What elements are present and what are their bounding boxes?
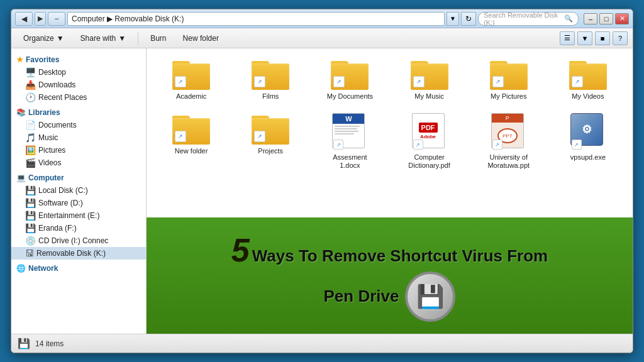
shortcut-arrow: ↗ <box>492 76 504 87</box>
usb-icon: 💾 <box>405 272 455 322</box>
computer-header[interactable]: 💻 Computer <box>11 172 146 184</box>
folder-icon: ↗ <box>569 58 607 90</box>
sidebar-item-local-c[interactable]: 💾 Local Disk (C:) <box>11 184 146 197</box>
search-bar[interactable]: Search Removable Disk (K:) 🔍 <box>478 12 579 26</box>
favorites-header[interactable]: ★ Favorites <box>11 53 146 66</box>
change-view-button[interactable]: ☰ <box>560 31 575 45</box>
file-name: vpsupd.exe <box>570 153 606 162</box>
sidebar-item-desktop[interactable]: 🖥️ Desktop <box>11 66 146 79</box>
list-item[interactable]: ↗ New folder <box>153 109 230 173</box>
status-bar: 💾 14 items <box>11 334 633 353</box>
list-item[interactable]: PDF Adobe ↗ Computer Dictionary.pdf <box>391 109 467 173</box>
sidebar-item-downloads[interactable]: 📥 Downloads <box>11 79 146 91</box>
main-content: ★ Favorites 🖥️ Desktop 📥 Downloads 🕐 Rec… <box>11 48 633 334</box>
address-dropdown[interactable]: ▼ <box>447 12 459 26</box>
shortcut-arrow: ↗ <box>175 76 186 87</box>
usb-drive-icon: 🖫 <box>25 248 34 258</box>
address-text: Computer ▶ Removable Disk (K:) <box>72 14 184 23</box>
sidebar-item-recent-places[interactable]: 🕐 Recent Places <box>11 91 146 104</box>
cd-icon: 💿 <box>25 236 36 246</box>
address-area: ◀ ▶ − Computer ▶ Removable Disk (K:) ▼ ↻… <box>15 12 579 26</box>
folder-icon: ↗ <box>490 58 528 90</box>
banner-content: 5 Ways To Remove Shortcut Virus From Pen… <box>231 229 548 322</box>
search-icon: 🔍 <box>564 14 573 23</box>
list-item[interactable]: ↗ Films <box>232 55 309 104</box>
details-pane-button[interactable]: ■ <box>595 31 610 45</box>
file-area: ↗ Academic ↗ Films <box>147 48 633 334</box>
file-name: Academic <box>176 92 206 101</box>
share-with-button[interactable]: Share with ▼ <box>74 31 133 46</box>
sidebar-item-eranda-f[interactable]: 💾 Eranda (F:) <box>11 222 146 234</box>
shortcut-arrow: ↗ <box>175 131 186 142</box>
folder-icon: ↗ <box>172 113 210 145</box>
libraries-header[interactable]: 📚 Libraries <box>11 106 146 119</box>
maximize-button[interactable]: □ <box>599 13 613 25</box>
refresh-button[interactable]: ↻ <box>461 12 476 26</box>
list-item[interactable]: ↗ Projects <box>232 109 309 173</box>
shortcut-overlay: ↗ <box>413 140 423 150</box>
videos-icon: 🎬 <box>25 158 36 168</box>
promotional-banner: 5 Ways To Remove Shortcut Virus From Pen… <box>147 217 633 334</box>
sidebar-item-pictures[interactable]: 🖼️ Pictures <box>11 144 146 156</box>
sidebar-item-software-d[interactable]: 💾 Software (D:) <box>11 197 146 209</box>
organize-button[interactable]: Organize ▼ <box>16 31 71 46</box>
file-name: New folder <box>175 147 208 155</box>
shortcut-arrow: ↗ <box>254 131 265 142</box>
forward-button[interactable]: ▶ <box>35 12 46 26</box>
docx-file-icon: W ↗ <box>332 113 367 151</box>
sidebar-item-entertainment-e[interactable]: 💾 Entertainment (E:) <box>11 209 146 222</box>
downloads-icon: 📥 <box>25 80 36 90</box>
desktop-icon: 🖥️ <box>25 67 36 77</box>
sidebar-item-cd-drive[interactable]: 💿 CD Drive (I:) Connec <box>11 234 146 247</box>
view-dropdown-button[interactable]: ▼ <box>577 31 592 45</box>
sidebar-item-documents[interactable]: 📄 Documents <box>11 119 146 131</box>
toolbar-separator <box>138 32 138 45</box>
list-item[interactable]: ↗ My Videos <box>550 55 626 104</box>
favorites-section: ★ Favorites 🖥️ Desktop 📥 Downloads 🕐 Rec… <box>11 53 146 104</box>
folder-icon: ↗ <box>411 58 448 90</box>
sidebar: ★ Favorites 🖥️ Desktop 📥 Downloads 🕐 Rec… <box>11 48 147 334</box>
documents-icon: 📄 <box>25 120 36 130</box>
list-item[interactable]: ↗ Academic <box>153 55 230 104</box>
toolbar: Organize ▼ Share with ▼ Burn New folder … <box>11 28 633 48</box>
new-folder-button[interactable]: New folder <box>176 31 226 46</box>
title-bar: ◀ ▶ − Computer ▶ Removable Disk (K:) ▼ ↻… <box>11 9 633 28</box>
list-item[interactable]: P PPT ↗ University of Moratuwa.ppt <box>470 109 547 173</box>
file-name: My Pictures <box>491 92 526 101</box>
window-controls: – □ ✕ <box>584 13 629 25</box>
help-button[interactable]: ? <box>613 31 628 45</box>
close-button[interactable]: ✕ <box>615 13 629 25</box>
address-bar[interactable]: Computer ▶ Removable Disk (K:) <box>67 12 445 26</box>
burn-button[interactable]: Burn <box>143 31 173 46</box>
file-name: Computer Dictionary.pdf <box>404 153 455 170</box>
list-item[interactable]: ↗ My Music <box>391 55 467 104</box>
file-name: Projects <box>258 147 283 155</box>
network-icon: 🌐 <box>16 264 26 273</box>
list-item[interactable]: ↗ My Documents <box>311 55 388 104</box>
ppt-file-icon: P PPT ↗ <box>491 113 526 151</box>
hdd4-icon: 💾 <box>25 223 36 233</box>
network-header[interactable]: 🌐 Network <box>11 262 146 275</box>
libraries-section: 📚 Libraries 📄 Documents 🎵 Music 🖼️ Pictu… <box>11 106 146 169</box>
back-button[interactable]: ◀ <box>15 12 33 26</box>
shortcut-overlay: ↗ <box>572 140 582 150</box>
shortcut-arrow: ↗ <box>333 76 345 87</box>
search-placeholder: Search Removable Disk (K:) <box>484 11 562 26</box>
sidebar-item-videos[interactable]: 🎬 Videos <box>11 156 146 169</box>
minimize-button[interactable]: – <box>584 13 597 25</box>
up-button[interactable]: − <box>48 12 65 26</box>
list-item[interactable]: ↗ My Pictures <box>470 55 547 104</box>
sidebar-item-music[interactable]: 🎵 Music <box>11 131 146 144</box>
sidebar-item-removable-k[interactable]: 🖫 Removable Disk (K:) <box>11 247 146 260</box>
status-drive-icon: 💾 <box>18 337 30 349</box>
file-name: My Documents <box>327 92 373 101</box>
file-name: University of Moratuwa.ppt <box>484 153 534 170</box>
hdd3-icon: 💾 <box>25 211 36 221</box>
folder-icon: ↗ <box>252 58 289 90</box>
shortcut-arrow: ↗ <box>413 76 425 87</box>
list-item[interactable]: W ↗ Assesment 1.docx <box>311 109 388 173</box>
hdd-icon: 💾 <box>25 185 36 195</box>
file-name: Films <box>262 92 279 101</box>
recent-places-icon: 🕐 <box>25 92 36 102</box>
list-item[interactable]: ⚙ ↗ vpsupd.exe <box>550 109 626 173</box>
